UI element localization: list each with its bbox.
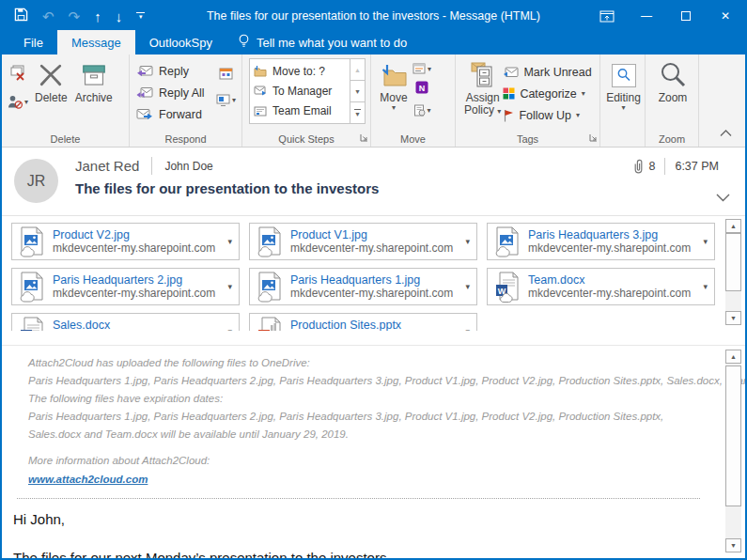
collapse-ribbon-icon[interactable]	[720, 124, 732, 141]
attachment-tile[interactable]: Product V1.jpg mkdevcenter-my.sharepoint…	[249, 223, 477, 260]
scrollbar-thumb[interactable]	[725, 233, 741, 291]
attachment-tile[interactable]: Product V2.jpg mkdevcenter-my.sharepoint…	[11, 223, 240, 260]
scroll-up-button[interactable]: ▲	[725, 219, 741, 233]
attachment-menu-caret-icon[interactable]: ▾	[698, 282, 712, 291]
categorize-icon	[503, 87, 515, 100]
categorize-button[interactable]: Categorize ▾	[503, 83, 591, 104]
attachment-tile[interactable]: Production Sites.pptx mkdevcenter-my.sha…	[249, 313, 477, 331]
window-controls: — ✕	[587, 2, 745, 30]
notice-expiration-line: Paris Headquarters 1.jpg, Paris Headquar…	[28, 408, 689, 443]
close-button[interactable]: ✕	[706, 2, 745, 30]
attach2cloud-notice: Attach2Cloud has uploaded the following …	[2, 346, 745, 489]
title-bar: ↶ ↷ ↑ ↓ ▾ The files for our presentation…	[2, 2, 745, 30]
zoom-button[interactable]: Zoom	[655, 58, 692, 131]
scroll-down-button[interactable]: ▼	[725, 538, 741, 552]
mark-unread-button[interactable]: Mark Unread	[503, 61, 591, 83]
message-subject: The files for our presentation to the in…	[75, 180, 379, 196]
notice-file-list: Paris Headquarters 1.jpg, Paris Headquar…	[28, 372, 689, 390]
svg-text:N: N	[419, 84, 426, 93]
attachment-menu-caret-icon[interactable]: ▾	[223, 327, 237, 331]
jpg-file-cloud-icon	[257, 226, 284, 257]
move-button[interactable]: Move ▾	[376, 58, 412, 131]
caret-down-icon: ▾	[24, 99, 28, 105]
scroll-up-button[interactable]: ▲	[725, 350, 741, 364]
reply-button[interactable]: Reply	[134, 60, 215, 82]
attach2cloud-link[interactable]: www.attach2cloud.com	[28, 471, 148, 489]
attachment-menu-caret-icon[interactable]: ▾	[698, 237, 712, 246]
ribbon-group-tags: Assign Policy ▾ Mark Unread Categorize ▾	[456, 54, 600, 147]
attachment-tile[interactable]: Paris Headquarters 3.jpg mkdevcenter-my.…	[487, 223, 715, 260]
tab-file[interactable]: File	[9, 30, 57, 54]
follow-up-button[interactable]: Follow Up ▾	[503, 104, 591, 126]
scroll-down-button[interactable]: ▼	[725, 311, 741, 325]
attachment-menu-caret-icon[interactable]: ▾	[223, 282, 237, 291]
undo-icon[interactable]: ↶	[42, 9, 54, 23]
expand-header-chevron-icon[interactable]	[716, 189, 730, 206]
attachment-name: Sales.docx	[53, 319, 223, 331]
gallery-scroll-up-button[interactable]: ▲	[350, 59, 365, 81]
forward-button[interactable]: Forward	[134, 103, 215, 125]
attachment-menu-caret-icon[interactable]: ▾	[223, 237, 237, 246]
delete-button[interactable]: Delete	[31, 58, 71, 131]
save-icon[interactable]	[14, 8, 28, 25]
gallery-more-button[interactable]: ▼	[350, 102, 365, 123]
reply-all-button[interactable]: Reply All	[134, 82, 215, 103]
tell-me-label: Tell me what you want to do	[257, 36, 407, 50]
rules-button[interactable]: ▾	[412, 63, 431, 74]
tell-me-box[interactable]: Tell me what you want to do	[238, 30, 407, 54]
actions-button[interactable]: ▾	[413, 104, 431, 117]
assign-policy-button[interactable]: Assign Policy ▾	[460, 58, 503, 131]
caret-down-icon: ▾	[582, 90, 585, 97]
tags-dialog-launcher-icon[interactable]	[589, 132, 598, 144]
tab-message[interactable]: Message	[57, 30, 135, 54]
maximize-button[interactable]	[666, 2, 706, 30]
scrollbar-track[interactable]	[725, 364, 741, 538]
caret-down-icon: ▾	[622, 104, 626, 111]
meeting-icon[interactable]	[219, 67, 233, 84]
attachment-tile[interactable]: Paris Headquarters 1.jpg mkdevcenter-my.…	[249, 268, 477, 305]
attachment-menu-caret-icon[interactable]: ▾	[460, 237, 475, 246]
move-folder-icon	[380, 60, 408, 90]
zoom-magnifier-icon	[659, 60, 687, 90]
jpg-file-cloud-icon	[495, 226, 521, 257]
recipient-name[interactable]: John Doe	[164, 160, 212, 173]
minimize-button[interactable]: —	[627, 2, 666, 30]
body-scrollbar[interactable]: ▲ ▼	[725, 350, 741, 552]
junk-button[interactable]: ▾	[8, 95, 28, 109]
ignore-icon[interactable]	[9, 65, 26, 85]
scrollbar-track[interactable]	[725, 233, 741, 311]
attachment-tile[interactable]: W Team.docx mkdevcenter-my.sharepoint.co…	[487, 268, 715, 305]
quick-step-move-to[interactable]: Move to: ?	[250, 61, 350, 81]
ribbon-group-delete: ▾ Delete Archive Delete	[2, 54, 130, 147]
gallery-scroll-down-button[interactable]: ▼	[350, 81, 365, 102]
avatar[interactable]: JR	[14, 159, 58, 203]
attachment-menu-caret-icon[interactable]: ▾	[460, 282, 475, 291]
editing-button[interactable]: Editing ▾	[602, 58, 645, 131]
quick-steps-dialog-launcher-icon[interactable]	[360, 132, 368, 144]
reply-icon	[136, 65, 153, 77]
archive-button[interactable]: Archive	[71, 58, 117, 131]
tab-outlookspy[interactable]: OutlookSpy	[135, 30, 226, 54]
customize-qat-icon[interactable]: ▾	[136, 12, 145, 20]
onenote-icon[interactable]: N	[415, 81, 428, 98]
attachment-tile[interactable]: Paris Headquarters 2.jpg mkdevcenter-my.…	[11, 268, 240, 305]
previous-item-icon[interactable]: ↑	[94, 9, 101, 23]
attachments-scrollbar[interactable]: ▲ ▼	[725, 219, 741, 325]
quick-step-team-email[interactable]: Team Email	[250, 101, 350, 121]
attachment-tile[interactable]: W Sales.docx mkdevcenter-my.sharepoint.c…	[11, 313, 240, 331]
team-email-icon	[254, 106, 267, 117]
word-file-cloud-icon: W	[495, 272, 521, 303]
attachment-menu-caret-icon[interactable]: ▾	[460, 327, 475, 331]
attachment-count: 8	[632, 159, 655, 174]
scrollbar-thumb[interactable]	[725, 366, 741, 506]
ribbon-display-options-icon[interactable]	[587, 2, 627, 30]
quick-step-to-manager[interactable]: To Manager	[250, 81, 350, 101]
next-item-icon[interactable]: ↓	[116, 9, 123, 23]
attachment-source: mkdevcenter-my.sharepoint.com	[53, 287, 223, 300]
received-time: 6:37 PM	[675, 160, 719, 173]
greeting-text: Hi John,	[2, 499, 745, 527]
lightbulb-icon	[238, 34, 250, 51]
sender-name[interactable]: Janet Red	[75, 158, 139, 174]
im-button[interactable]: ▾	[216, 94, 236, 106]
redo-icon[interactable]: ↷	[69, 9, 81, 23]
